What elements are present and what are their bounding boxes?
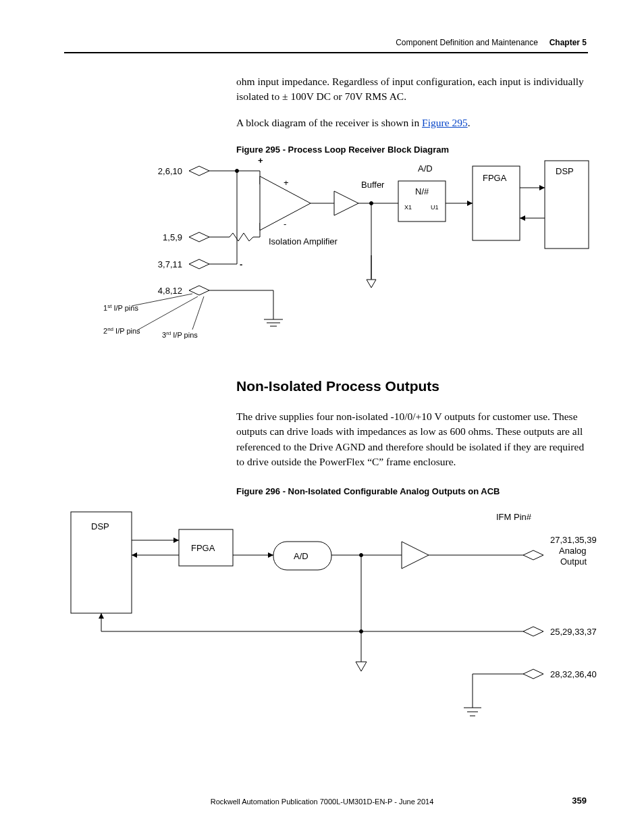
- x1-label: X1: [404, 204, 412, 211]
- svg-line-18: [138, 296, 198, 330]
- svg-text:3rd I/P pins: 3rd I/P pins: [162, 330, 198, 339]
- svg-marker-59: [356, 662, 367, 671]
- out1c: Output: [560, 556, 587, 567]
- svg-marker-53: [402, 542, 429, 569]
- header-chapter: Chapter 5: [549, 38, 587, 47]
- svg-marker-65: [523, 627, 543, 636]
- out1b: Analog: [559, 546, 586, 556]
- iso-amp-label: Isolation Amplifier: [269, 236, 338, 246]
- plus-top: +: [258, 155, 263, 165]
- fpga-label: FPGA: [483, 173, 507, 183]
- svg-marker-41: [520, 215, 525, 221]
- svg-marker-67: [523, 669, 543, 679]
- out2: 25,29,33,37: [550, 627, 597, 637]
- header-rule: [64, 52, 588, 53]
- ifm-label: IFM Pin#: [496, 512, 532, 522]
- svg-marker-0: [189, 166, 209, 176]
- svg-marker-1: [189, 232, 209, 242]
- body-para-1: ohm input impedance. Regardless of input…: [236, 74, 587, 105]
- svg-marker-2: [189, 259, 209, 269]
- para2-pre: A block diagram of the receiver is shown…: [236, 117, 422, 128]
- plus-in: +: [284, 178, 289, 188]
- svg-marker-36: [467, 201, 473, 206]
- pins-c: 3,7,11: [158, 259, 182, 269]
- u1-label: U1: [431, 204, 439, 211]
- svg-marker-25: [334, 191, 358, 215]
- svg-text:2nd I/P pins: 2nd I/P pins: [103, 326, 140, 335]
- pins-a: 2,6,10: [158, 166, 182, 176]
- svg-line-19: [192, 296, 204, 330]
- footer-page-number: 359: [572, 796, 587, 806]
- svg-marker-63: [99, 613, 104, 619]
- figure-296-caption: Figure 296 - Non-Isolated Configurable A…: [236, 486, 500, 496]
- heading-non-isolated: Non-Isolated Process Outputs: [236, 378, 439, 394]
- out1a: 27,31,35,39: [550, 535, 597, 545]
- body-para-2: A block diagram of the receiver is shown…: [236, 115, 587, 130]
- figure-295-diagram: 2,6,10 1,5,9 3,7,11 4,8,12 + -: [64, 154, 604, 343]
- figure-296-diagram: DSP FPGA A/D: [64, 500, 604, 743]
- svg-marker-46: [173, 538, 179, 543]
- svg-marker-39: [539, 185, 545, 190]
- buffer-label: Buffer: [361, 180, 385, 190]
- ad296: A/D: [294, 551, 308, 561]
- svg-marker-55: [523, 550, 543, 560]
- page-header: Component Definition and Maintenance Cha…: [396, 38, 587, 47]
- minus-in: -: [284, 219, 286, 229]
- svg-marker-48: [132, 552, 137, 558]
- dsp-label: DSP: [556, 166, 574, 176]
- para2-post: .: [468, 117, 471, 128]
- figure-295-caption: Figure 295 - Process Loop Receiver Block…: [236, 145, 449, 155]
- out3: 28,32,36,40: [550, 669, 597, 679]
- header-section: Component Definition and Maintenance: [396, 38, 538, 47]
- figure-295-link[interactable]: Figure 295: [422, 117, 468, 128]
- pins-d: 4,8,12: [158, 286, 182, 296]
- body-para-3: The drive supplies four non-isolated -10…: [236, 409, 587, 470]
- ad-label: A/D: [418, 163, 433, 174]
- svg-marker-50: [268, 552, 273, 558]
- fpga296: FPGA: [191, 543, 215, 553]
- dsp296: DSP: [91, 521, 109, 531]
- pins-b: 1,5,9: [163, 232, 182, 242]
- svg-marker-34: [367, 280, 376, 288]
- nhash-label: N/#: [415, 186, 429, 197]
- svg-text:1st I/P pins: 1st I/P pins: [103, 303, 138, 312]
- footer-publication: Rockwell Automation Publication 7000L-UM…: [0, 798, 644, 806]
- svg-point-57: [360, 554, 363, 557]
- minus-mid: -: [240, 259, 242, 269]
- svg-point-11: [236, 170, 239, 173]
